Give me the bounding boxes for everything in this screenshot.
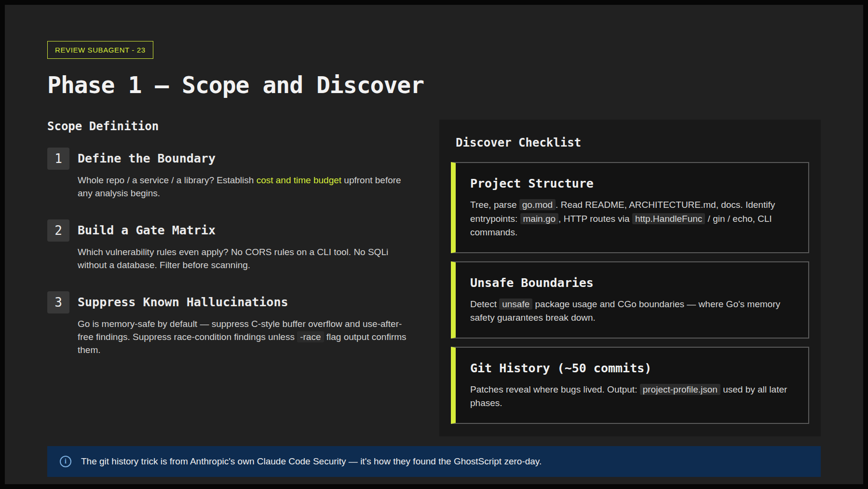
scope-item-body: Whole repo / a service / a library? Esta… <box>78 174 411 200</box>
page-title: Phase 1 — Scope and Discover <box>47 71 821 98</box>
scope-item-3: 3 Suppress Known Hallucinations Go is me… <box>47 291 411 357</box>
discover-checklist-panel: Discover Checklist Project Structure Tre… <box>439 120 821 436</box>
step-number-badge: 3 <box>47 291 69 313</box>
card-body: Detect unsafe package usage and CGo boun… <box>470 298 794 325</box>
scope-item-title: Define the Boundary <box>78 151 411 165</box>
checklist-card-unsafe-boundaries: Unsafe Boundaries Detect unsafe package … <box>451 261 809 339</box>
card-title: Project Structure <box>470 177 794 190</box>
card-title: Unsafe Boundaries <box>470 276 794 290</box>
checklist-card-git-history: Git History (~50 commits) Patches reveal… <box>451 347 809 424</box>
checklist-card-project-structure: Project Structure Tree, parse go.mod. Re… <box>451 162 809 253</box>
scope-item-body: Go is memory-safe by default — suppress … <box>78 318 411 357</box>
info-callout-bar: i The git history trick is from Anthropi… <box>47 446 821 477</box>
scope-item-2: 2 Build a Gate Matrix Which vulnerabilit… <box>47 219 411 272</box>
scope-definition-heading: Scope Definition <box>47 120 411 133</box>
step-number-badge: 1 <box>47 148 69 170</box>
review-subagent-badge: REVIEW SUBAGENT - 23 <box>47 41 153 59</box>
scope-item-title: Build a Gate Matrix <box>78 223 411 237</box>
card-body: Patches reveal where bugs lived. Output:… <box>470 383 794 410</box>
scope-item-1: 1 Define the Boundary Whole repo / a ser… <box>47 148 411 200</box>
step-number-badge: 2 <box>47 219 69 242</box>
scope-item-title: Suppress Known Hallucinations <box>78 295 411 309</box>
card-body: Tree, parse go.mod. Read README, ARCHITE… <box>470 198 794 240</box>
slide-page: REVIEW SUBAGENT - 23 Phase 1 — Scope and… <box>5 5 863 484</box>
scope-definition-section: Scope Definition 1 Define the Boundary W… <box>47 120 411 376</box>
scope-item-body: Which vulnerability rules even apply? No… <box>78 246 411 272</box>
info-icon: i <box>60 456 71 467</box>
content-columns: Scope Definition 1 Define the Boundary W… <box>47 120 821 436</box>
info-callout-text: The git history trick is from Anthropic'… <box>81 456 542 467</box>
discover-checklist-heading: Discover Checklist <box>456 136 809 149</box>
card-title: Git History (~50 commits) <box>470 361 794 375</box>
